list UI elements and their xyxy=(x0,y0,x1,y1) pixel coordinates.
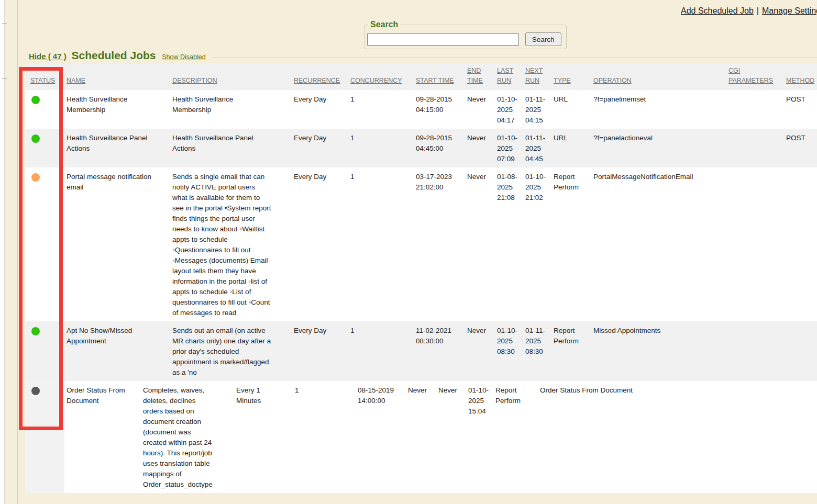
column-header-operation: OPERATION xyxy=(591,64,726,90)
green-status-dot xyxy=(31,96,40,104)
cell-last_run: 01-10-2025 04:17 xyxy=(495,90,523,129)
column-header-next_run: NEXT RUN xyxy=(523,64,551,90)
cell-recurrence: Every Day xyxy=(292,321,348,381)
cell-operation: ?f=panelmemset xyxy=(591,90,726,129)
cell-last_run: 01-08-2025 21:08 xyxy=(495,167,523,321)
cell-concurrency: 1 xyxy=(348,129,414,167)
sort-link-recurrence[interactable]: RECURRENCE xyxy=(294,77,340,84)
cell-start_time: 09-28-2015 04:15:00 xyxy=(414,90,465,129)
table-row: Health Surveillance MembershipHealth Sur… xyxy=(25,90,817,129)
cell-type: URL xyxy=(551,129,591,167)
cell-method: POST xyxy=(784,90,817,129)
frame-divider-line xyxy=(17,0,18,504)
status-cell xyxy=(25,90,64,129)
table-header-row: STATUSNAMEDESCRIPTIONRECURRENCECONCURREN… xyxy=(25,64,817,90)
column-header-type: TYPE xyxy=(551,64,591,90)
page-title: Scheduled Jobs xyxy=(71,49,156,61)
cell-description: Sends out an email (on active MR charts … xyxy=(170,321,292,381)
cell-end_time: Never xyxy=(406,381,436,493)
cell-concurrency: 1 xyxy=(293,381,356,493)
sort-link-operation[interactable]: OPERATION xyxy=(593,77,632,84)
cell-end_time: Never xyxy=(465,321,495,381)
cell-description: Health Surveillance Panel Actions xyxy=(170,129,292,167)
table-row: Order Status From DocumentCompletes, wai… xyxy=(25,381,817,493)
cell-cgi_parameters xyxy=(726,321,784,381)
cell-description: Completes, waives, deletes, declines ord… xyxy=(141,381,234,493)
sort-link-last_run[interactable]: LAST RUN xyxy=(497,67,513,84)
left-frame-strip xyxy=(0,0,5,504)
cell-type: Report Perform xyxy=(493,381,538,493)
orange-status-dot xyxy=(31,173,40,182)
sort-link-start_time[interactable]: START TIME xyxy=(416,77,454,84)
cell-name: Portal message notification email xyxy=(64,167,170,321)
table-row: Apt No Show/Missed AppointmentSends out … xyxy=(25,321,817,381)
cell-last_run: 01-10-2025 07:09 xyxy=(495,129,523,167)
cell-description: Sends a single email that can notify ACT… xyxy=(170,167,292,321)
scheduled-jobs-table: STATUSNAMEDESCRIPTIONRECURRENCECONCURREN… xyxy=(25,64,817,381)
cell-operation: ?f=panelactioneval xyxy=(591,129,726,167)
status-cell xyxy=(25,129,64,167)
frame-tick xyxy=(2,78,7,79)
sort-link-next_run[interactable]: NEXT RUN xyxy=(525,67,543,84)
sort-link-type[interactable]: TYPE xyxy=(554,77,571,84)
sort-link-concurrency[interactable]: CONCURRENCY xyxy=(350,77,402,84)
link-separator: | xyxy=(754,6,762,15)
sort-link-end_time[interactable]: END TIME xyxy=(467,67,483,84)
sort-link-description[interactable]: DESCRIPTION xyxy=(172,77,217,84)
column-header-status: STATUS xyxy=(25,64,64,90)
sort-link-status[interactable]: STATUS xyxy=(30,77,55,84)
cell-next_run: 01-10-2025 21:02 xyxy=(523,167,551,321)
cell-type: Report Perform xyxy=(551,321,591,381)
cell-operation: Order Status From Document xyxy=(538,381,695,493)
cell-method xyxy=(784,381,817,493)
cell-concurrency: 1 xyxy=(348,321,414,381)
cell-operation: Missed Appointments xyxy=(591,321,726,381)
status-cell xyxy=(25,167,64,321)
column-header-end_time: END TIME xyxy=(465,64,495,90)
cell-cgi_parameters xyxy=(726,167,784,321)
top-action-links: Add Scheduled Job|Manage Settings xyxy=(681,6,817,16)
cell-name: Health Surveillance Panel Actions xyxy=(64,129,170,167)
cell-method xyxy=(784,321,817,381)
cell-next_run: 01-11-2025 04:15 xyxy=(523,90,551,129)
sort-link-cgi_parameters[interactable]: CGI PARAMETERS xyxy=(728,67,773,84)
cell-recurrence: Every 1 Minutes xyxy=(234,381,293,493)
cell-start_time: 11-02-2021 08:30:00 xyxy=(414,321,465,381)
sort-link-name[interactable]: NAME xyxy=(67,77,85,84)
add-scheduled-job-link[interactable]: Add Scheduled Job xyxy=(681,6,754,15)
cell-name: Apt No Show/Missed Appointment xyxy=(64,321,170,381)
search-panel: Search Search xyxy=(364,20,567,49)
search-button[interactable]: Search xyxy=(525,32,561,46)
column-header-method: METHOD xyxy=(784,64,817,90)
cell-end_time: Never xyxy=(465,129,495,167)
cell-last_run: 01-10-2025 08:30 xyxy=(495,321,523,381)
cell-end_time: Never xyxy=(465,167,495,321)
hide-count-link[interactable]: Hide ( 47 ) xyxy=(29,52,67,61)
gray-status-dot xyxy=(31,387,40,395)
cell-name: Health Surveillance Membership xyxy=(64,90,170,129)
cell-description: Health Surveillance Membership xyxy=(170,90,292,129)
scheduled-jobs-table-continued: Order Status From DocumentCompletes, wai… xyxy=(25,381,817,493)
status-cell xyxy=(25,321,64,381)
search-input[interactable] xyxy=(367,33,519,46)
show-disabled-link[interactable]: Show Disabled xyxy=(162,53,205,61)
cell-start_time: 09-28-2015 04:45:00 xyxy=(414,129,465,167)
column-header-last_run: LAST RUN xyxy=(495,64,523,90)
cell-start_time: 08-15-2019 14:00:00 xyxy=(356,381,406,493)
cell-next_run: 01-10-2025 15:04 xyxy=(466,381,493,493)
green-status-dot xyxy=(31,327,40,335)
cell-method: POST xyxy=(784,129,817,167)
table-row: Health Surveillance Panel ActionsHealth … xyxy=(25,129,817,167)
cell-recurrence: Every Day xyxy=(292,129,348,167)
cell-recurrence: Every Day xyxy=(292,167,348,321)
scheduled-jobs-tables: STATUSNAMEDESCRIPTIONRECURRENCECONCURREN… xyxy=(25,64,817,493)
sort-link-method[interactable]: METHOD xyxy=(786,77,814,84)
column-header-name: NAME xyxy=(64,64,170,90)
cell-recurrence: Every Day xyxy=(292,90,348,129)
column-header-concurrency: CONCURRENCY xyxy=(348,64,414,90)
scheduled-jobs-header: Hide ( 47 ) Scheduled Jobs Show Disabled xyxy=(29,49,206,62)
manage-settings-link[interactable]: Manage Settings xyxy=(762,6,817,15)
cell-cgi_parameters xyxy=(695,381,784,493)
cell-type: Report Perform xyxy=(551,167,591,321)
cell-type: URL xyxy=(551,90,591,129)
